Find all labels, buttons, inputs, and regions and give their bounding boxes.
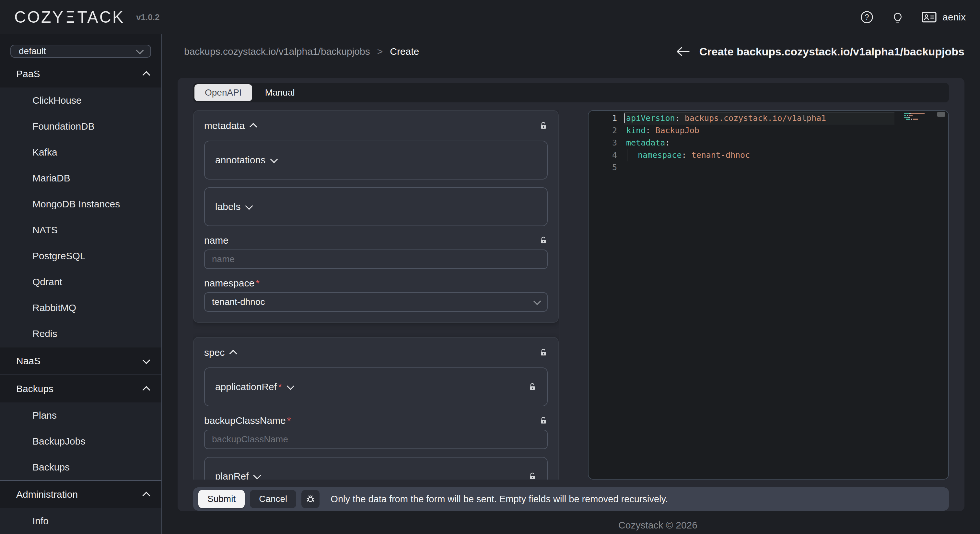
yaml-editor[interactable]: 1apiVersion: backups.cozystack.io/v1alph… — [588, 110, 949, 480]
breadcrumb-path[interactable]: backups.cozystack.io/v1alpha1/backupjobs — [184, 46, 370, 57]
editor-line: 2kind: BackupJob — [589, 124, 948, 137]
breadcrumb: backups.cozystack.io/v1alpha1/backupjobs… — [184, 46, 419, 57]
logo-text-prefix: COZY — [14, 8, 65, 27]
sidebar-section-backups[interactable]: Backups — [0, 375, 161, 402]
app-version: v1.0.2 — [136, 12, 159, 22]
tab-openapi[interactable]: OpenAPI — [194, 84, 252, 101]
sidebar-item-qdrant[interactable]: Qdrant — [0, 269, 161, 295]
app-header: COZYΞTACK v1.0.2 aenix — [0, 0, 980, 34]
annotations-label: annotations — [215, 154, 266, 165]
name-unlock-icon[interactable] — [539, 236, 548, 245]
backup-class-name-unlock-icon[interactable] — [539, 416, 548, 425]
main-content: backups.cozystack.io/v1alpha1/backupjobs… — [162, 34, 980, 534]
chevron-down-icon — [286, 382, 294, 390]
metadata-panel: metadata annotations labels — [193, 110, 559, 323]
metadata-collapse-toggle[interactable]: metadata — [204, 120, 256, 131]
application-ref-label: applicationRef* — [215, 381, 282, 393]
sidebar-item-nats[interactable]: NATS — [0, 217, 161, 243]
chevron-up-icon — [229, 350, 237, 358]
chevron-down-icon — [136, 46, 143, 54]
chevron-up-icon — [142, 491, 150, 499]
labels-group[interactable]: labels — [204, 187, 548, 226]
namespace-field-select[interactable]: tenant-dhnoc — [204, 292, 548, 312]
app-logo: COZYΞTACK — [14, 8, 124, 27]
chevron-down-icon — [533, 297, 541, 305]
sidebar-nav: PaaSClickHouseFoundationDBKafkaMariaDBMo… — [0, 60, 161, 534]
chevron-down-icon — [245, 202, 253, 210]
create-form-card: OpenAPI Manual metadata a — [178, 78, 964, 511]
spec-panel: spec applicationRef* — [193, 337, 559, 480]
sidebar-item-mariadb[interactable]: MariaDB — [0, 165, 161, 191]
application-ref-unlock-icon[interactable] — [528, 383, 537, 391]
name-input[interactable] — [204, 250, 548, 269]
backup-class-name-label: backupClassName* — [204, 415, 291, 426]
metadata-title: metadata — [204, 120, 245, 131]
sidebar-item-foundationdb[interactable]: FoundationDB — [0, 113, 161, 139]
logo-text-suffix: TACK — [78, 8, 125, 27]
backup-class-name-input[interactable] — [204, 430, 548, 449]
context-select[interactable]: default — [10, 45, 151, 58]
sidebar-item-rabbitmq[interactable]: RabbitMQ — [0, 295, 161, 321]
sidebar-item-postgresql[interactable]: PostgreSQL — [0, 243, 161, 269]
sidebar-item-backupjobs[interactable]: BackupJobs — [0, 428, 161, 454]
editor-minimap[interactable] — [904, 113, 925, 121]
user-menu[interactable]: aenix — [922, 12, 966, 23]
sidebar-item-backups[interactable]: Backups — [0, 454, 161, 480]
indent-guide — [627, 149, 638, 161]
chevron-up-icon — [142, 386, 150, 394]
editor-line: 3metadata: — [589, 137, 948, 149]
chevron-down-icon — [142, 356, 150, 364]
spec-title: spec — [204, 347, 224, 358]
spec-unlock-icon[interactable] — [539, 348, 548, 357]
metadata-unlock-icon[interactable] — [539, 121, 548, 130]
form-action-bar: Submit Cancel Only the data from the for… — [193, 487, 949, 511]
editor-line: 1apiVersion: backups.cozystack.io/v1alph… — [589, 112, 948, 124]
sidebar-section-naas[interactable]: NaaS — [0, 347, 161, 375]
tab-manual[interactable]: Manual — [255, 84, 305, 101]
sidebar-item-info[interactable]: Info — [0, 508, 161, 534]
form-note: Only the data from the form will be sent… — [331, 494, 668, 504]
theme-bulb-icon[interactable] — [891, 11, 904, 24]
help-icon[interactable] — [860, 10, 874, 24]
sidebar-item-redis[interactable]: Redis — [0, 321, 161, 347]
debug-button[interactable] — [301, 490, 320, 508]
sidebar-section-paas[interactable]: PaaS — [0, 60, 161, 87]
back-arrow-icon[interactable] — [675, 46, 690, 57]
editor-line: 4namespace: tenant-dhnoc — [589, 149, 948, 161]
sidebar-item-kafka[interactable]: Kafka — [0, 139, 161, 165]
form-mode-tabs: OpenAPI Manual — [193, 83, 949, 102]
chevron-up-icon — [250, 123, 257, 130]
application-ref-group[interactable]: applicationRef* — [204, 367, 548, 406]
topbar: backups.cozystack.io/v1alpha1/backupjobs… — [162, 34, 980, 69]
breadcrumb-separator: > — [377, 46, 383, 57]
chevron-down-icon — [253, 472, 261, 479]
page-title: Create backups.cozystack.io/v1alpha1/bac… — [699, 45, 964, 58]
annotations-group[interactable]: annotations — [204, 141, 548, 180]
submit-button[interactable]: Submit — [198, 490, 245, 508]
plan-ref-group[interactable]: planRef — [204, 457, 548, 480]
breadcrumb-current: Create — [390, 46, 419, 57]
sidebar-submenu: ClickHouseFoundationDBKafkaMariaDBMongoD… — [0, 87, 161, 347]
context-select-value: default — [19, 46, 46, 56]
namespace-label: namespace* — [204, 278, 259, 289]
cancel-button[interactable]: Cancel — [250, 490, 296, 508]
sidebar-section-administration[interactable]: Administration — [0, 481, 161, 508]
sidebar-submenu: Info — [0, 508, 161, 534]
plan-ref-unlock-icon[interactable] — [528, 472, 537, 480]
sidebar-item-plans[interactable]: Plans — [0, 402, 161, 428]
namespace-value: tenant-dhnoc — [212, 297, 265, 307]
plan-ref-label: planRef — [215, 471, 248, 480]
logo-glyph: Ξ — [65, 8, 77, 27]
chevron-down-icon — [270, 155, 278, 163]
chevron-up-icon — [142, 71, 150, 79]
footer-copyright: Cozystack © 2026 — [162, 520, 980, 531]
spec-collapse-toggle[interactable]: spec — [204, 347, 236, 358]
sidebar-submenu: PlansBackupJobsBackups — [0, 402, 161, 480]
editor-lines: 1apiVersion: backups.cozystack.io/v1alph… — [589, 112, 948, 174]
minimap-slider[interactable] — [937, 112, 945, 117]
user-name: aenix — [942, 12, 966, 23]
text-cursor — [624, 113, 625, 123]
sidebar-item-clickhouse[interactable]: ClickHouse — [0, 87, 161, 113]
sidebar-item-mongodb-instances[interactable]: MongoDB Instances — [0, 191, 161, 217]
form-scroll-area[interactable]: metadata annotations labels — [193, 110, 559, 480]
